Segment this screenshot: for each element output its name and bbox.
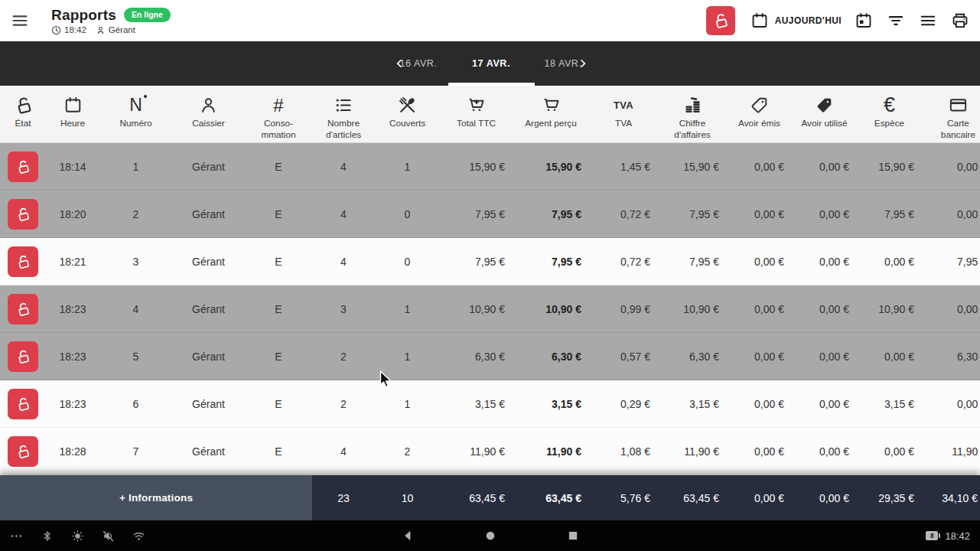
row-unlock-button[interactable] xyxy=(8,341,38,372)
toolbar-button-label: AUJOURD'HUI xyxy=(775,15,842,26)
cutlery-icon xyxy=(397,94,418,116)
tag-outline-icon xyxy=(749,94,770,116)
cell-carte: 6,30 € xyxy=(922,350,980,363)
volume-muted-icon xyxy=(102,530,115,543)
nav-home-button[interactable] xyxy=(483,529,497,543)
row-unlock-button[interactable] xyxy=(8,152,38,182)
total-percu: 63,45 € xyxy=(513,492,589,504)
cell-etat xyxy=(0,341,46,372)
table-row[interactable]: 18:202GérantE407,95 €7,95 €0,72 €7,95 €0… xyxy=(0,191,980,238)
user-icon xyxy=(96,25,106,35)
battery-icon: 8 xyxy=(926,531,938,540)
cart-plus-icon xyxy=(466,94,487,116)
row-unlock-button[interactable] xyxy=(8,436,38,467)
lock-open-icon xyxy=(13,94,34,116)
date-nav-bar: 16 AVR. 17 AVR. 18 AVR. xyxy=(0,41,980,86)
table-row[interactable]: 18:287GérantE4211,90 €11,90 €1,08 €11,90… xyxy=(0,428,980,475)
row-unlock-button[interactable] xyxy=(8,294,38,324)
cell-articles: 4 xyxy=(312,445,375,458)
cell-caissier: Gérant xyxy=(172,256,245,268)
cell-carte: 0,00 € xyxy=(922,208,980,220)
cell-espece: 7,95 € xyxy=(857,208,922,220)
col-header-conso: #Conso- mmation xyxy=(245,86,312,142)
table-row[interactable]: 18:234GérantE3110,90 €10,90 €0,99 €10,90… xyxy=(0,285,980,333)
cell-heure: 18:28 xyxy=(46,445,99,458)
cell-etat xyxy=(0,294,46,324)
row-unlock-button[interactable] xyxy=(8,199,38,230)
date-tab-prev[interactable]: 16 AVR. xyxy=(399,58,437,69)
col-header-ca: Chiffre d'affaires xyxy=(658,86,727,142)
cell-couverts: 0 xyxy=(375,208,440,220)
cell-percu: 10,90 € xyxy=(513,303,589,315)
col-header-caissier: Caissier xyxy=(172,86,245,142)
total-total: 63,45 € xyxy=(440,492,513,504)
row-unlock-button[interactable] xyxy=(8,389,38,419)
date-tab-current[interactable]: 17 AVR. xyxy=(472,58,510,69)
col-header-label: Heure xyxy=(60,118,85,129)
cell-ca: 7,95 € xyxy=(658,208,727,220)
cell-utilise: 0,00 € xyxy=(792,161,857,173)
totals-bar: 231063,45 €63,45 €5,76 €63,45 €0,00 €0,0… xyxy=(0,475,980,520)
calendar-icon xyxy=(750,11,770,31)
lock-open-icon xyxy=(711,11,730,30)
col-header-emis: Avoir émis xyxy=(727,86,792,142)
cell-conso: E xyxy=(245,445,312,458)
cell-couverts: 1 xyxy=(375,161,440,173)
more-icon xyxy=(10,530,23,543)
row-unlock-button[interactable] xyxy=(8,246,38,277)
table-row[interactable]: 18:236GérantE213,15 €3,15 €0,29 €3,15 €0… xyxy=(0,380,980,428)
total-articles: 23 xyxy=(312,492,375,504)
nav-back-button[interactable] xyxy=(400,529,415,543)
cell-espece: 0,00 € xyxy=(857,256,922,268)
cell-numero: 5 xyxy=(99,350,172,363)
today-button[interactable]: AUJOURD'HUI xyxy=(750,11,842,31)
chevron-right-icon[interactable] xyxy=(578,58,589,70)
hamburger-menu-icon[interactable] xyxy=(10,11,30,31)
cell-caissier: Gérant xyxy=(172,398,245,410)
cell-numero: 3 xyxy=(99,256,172,268)
menu-lines-button[interactable] xyxy=(918,11,938,31)
lock-open-icon xyxy=(15,158,31,175)
table-row[interactable]: 18:235GérantE216,30 €6,30 €0,57 €6,30 €0… xyxy=(0,333,980,380)
cell-carte: 0,00 € xyxy=(922,303,980,315)
unlock-button[interactable] xyxy=(706,6,735,35)
filter-button[interactable] xyxy=(886,11,906,31)
brightness-icon xyxy=(71,530,84,543)
selected-tab-underline xyxy=(448,83,535,86)
informations-button[interactable]: + Informations xyxy=(0,475,312,520)
cell-total: 7,95 € xyxy=(440,208,513,220)
cell-carte: 0,00 € xyxy=(922,398,980,410)
cell-numero: 4 xyxy=(99,303,172,315)
cell-articles: 2 xyxy=(312,398,375,410)
cell-etat xyxy=(0,246,46,277)
lock-open-icon xyxy=(15,253,31,270)
cell-tva: 0,57 € xyxy=(589,350,658,363)
numero-icon: N xyxy=(129,94,142,116)
cell-caissier: Gérant xyxy=(172,303,245,315)
hash-icon: # xyxy=(273,94,283,116)
cell-total: 11,90 € xyxy=(440,445,513,458)
cell-emis: 0,00 € xyxy=(727,161,792,173)
title-block: Rapports En ligne 18:42 Gérant xyxy=(51,7,171,35)
menu-lines-icon xyxy=(918,11,938,31)
cell-etat xyxy=(0,152,46,182)
cell-utilise: 0,00 € xyxy=(792,350,857,363)
cell-percu: 6,30 € xyxy=(513,350,589,363)
nav-recents-button[interactable] xyxy=(565,529,580,543)
status-icons xyxy=(10,530,145,543)
table-row[interactable]: 18:213GérantE407,95 €7,95 €0,72 €7,95 €0… xyxy=(0,238,980,285)
calendar-day-button[interactable] xyxy=(854,11,874,31)
cell-carte: 11,90 € xyxy=(922,445,980,458)
cell-numero: 6 xyxy=(99,398,172,410)
print-button[interactable] xyxy=(950,11,970,31)
date-tab-next[interactable]: 18 AVR. xyxy=(544,58,581,69)
system-bar: 8 18:42 xyxy=(0,520,980,551)
bluetooth-icon xyxy=(41,530,54,543)
col-header-articles: Nombre d'articles xyxy=(312,86,375,142)
cell-emis: 0,00 € xyxy=(727,303,792,315)
table-row[interactable]: 18:141GérantE4115,90 €15,90 €1,45 €15,90… xyxy=(0,143,980,191)
cell-tva: 0,29 € xyxy=(589,398,658,410)
cell-percu: 15,90 € xyxy=(513,161,589,173)
cell-total: 6,30 € xyxy=(440,350,513,363)
col-header-label: Numéro xyxy=(120,118,152,129)
